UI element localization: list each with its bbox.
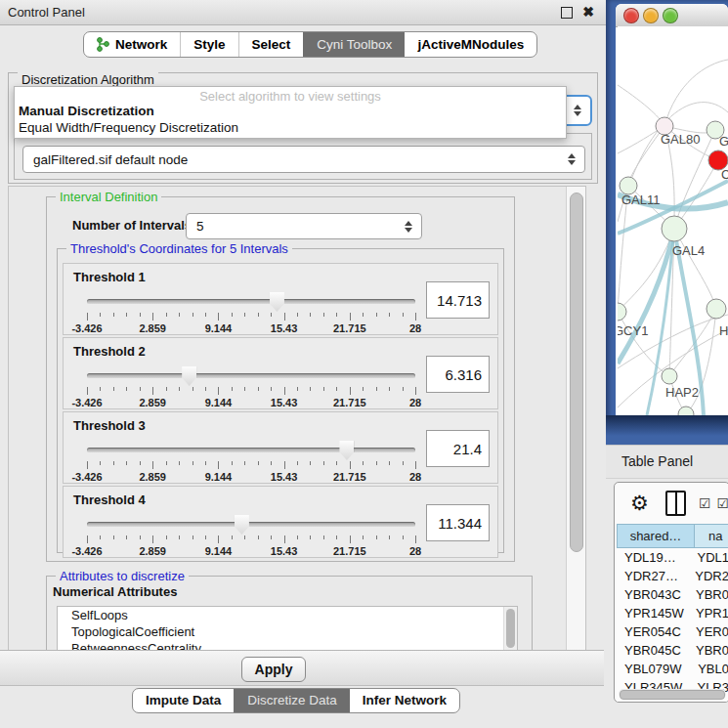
cell-shared-name[interactable]: YBR045C bbox=[617, 643, 686, 658]
cell-shared-name[interactable]: YBR043C bbox=[617, 587, 686, 602]
thresholds-group: Threshold's Coordinates for 5 Intervals … bbox=[57, 248, 504, 553]
tab-network[interactable]: Network bbox=[84, 32, 180, 57]
node-label-below-red: C bbox=[721, 167, 728, 182]
attributes-list-scrollbar[interactable] bbox=[503, 607, 517, 652]
network-node-right-mid[interactable] bbox=[707, 299, 726, 319]
split-columns-icon[interactable] bbox=[665, 491, 686, 516]
tab-cyni-toolbox[interactable]: Cyni Toolbox bbox=[303, 32, 405, 57]
threshold-label: Threshold 3 bbox=[73, 418, 146, 433]
combo-arrows-icon bbox=[400, 221, 417, 233]
threshold-panel: Threshold 3-3.4262.8599.14415.4321.71528… bbox=[63, 411, 498, 484]
scrollbar-thumb[interactable] bbox=[506, 609, 515, 648]
slider-tick-labels: -3.4262.8599.14415.4321.71528 bbox=[87, 545, 415, 557]
numerical-attributes-list[interactable]: SelfLoopsTopologicalCoefficientBetweenne… bbox=[57, 606, 518, 652]
scrollbar-thumb[interactable] bbox=[620, 690, 725, 700]
threshold-value-field[interactable]: 11.344 bbox=[426, 504, 490, 541]
table-row[interactable]: YDL19…YDL1 bbox=[617, 548, 728, 567]
popup-item-manual-discretization[interactable]: Manual Discretization bbox=[19, 104, 154, 118]
table-toolbar: ⚙ ☑ ☑ bbox=[615, 483, 728, 524]
discretization-algorithm-title: Discretization Algorithm bbox=[18, 72, 158, 87]
network-window-titlebar bbox=[616, 4, 728, 27]
threshold-slider[interactable]: -3.4262.8599.14415.4321.71528 bbox=[87, 365, 415, 405]
slider-track[interactable] bbox=[87, 299, 415, 304]
threshold-panel: Threshold 2-3.4262.8599.14415.4321.71528… bbox=[63, 337, 498, 409]
table-row[interactable]: YDR27…YDR2 bbox=[617, 567, 728, 585]
cell-shared-name[interactable]: YPR145W bbox=[617, 606, 686, 621]
cell-shared-name[interactable]: YER054C bbox=[617, 624, 686, 639]
threshold-value-field[interactable]: 6.316 bbox=[426, 356, 490, 393]
settings-panel-scrollbar[interactable] bbox=[566, 187, 586, 651]
attribute-list-item[interactable]: SelfLoops bbox=[58, 607, 517, 623]
table-row[interactable]: YBR045CYBR0 bbox=[617, 641, 728, 660]
column-header-shared-name[interactable]: shared… bbox=[617, 524, 695, 548]
tab-impute-data[interactable]: Impute Data bbox=[133, 689, 234, 712]
tab-jactivemnodules[interactable]: jActiveMNodules bbox=[405, 32, 536, 57]
tab-select[interactable]: Select bbox=[238, 32, 304, 57]
slider-handle[interactable] bbox=[235, 515, 249, 535]
threshold-slider[interactable]: -3.4262.8599.14415.4321.71528 bbox=[87, 514, 415, 553]
cell-name[interactable]: YPR1 bbox=[686, 606, 728, 621]
cell-name[interactable]: YDR2 bbox=[685, 569, 728, 583]
table-row[interactable]: YBR043CYBR0 bbox=[617, 585, 728, 604]
network-canvas[interactable]: GAL80 G C GAL11 GAL4 GCY1 H HAP2 bbox=[618, 26, 728, 415]
number-of-intervals-combobox[interactable]: 5 bbox=[186, 213, 422, 239]
cell-name[interactable]: YBL0 bbox=[688, 662, 728, 676]
combo-arrows-icon bbox=[563, 153, 580, 165]
attribute-list-item[interactable]: TopologicalCoefficient bbox=[58, 623, 517, 640]
column-header-name[interactable]: na bbox=[695, 524, 728, 548]
tab-network-label: Network bbox=[115, 37, 167, 52]
node-label-gal11: GAL11 bbox=[621, 193, 661, 207]
threshold-value-field[interactable]: 14.713 bbox=[426, 281, 490, 319]
tab-discretize-data[interactable]: Discretize Data bbox=[234, 689, 350, 712]
cell-name[interactable]: YDL1 bbox=[687, 550, 728, 565]
network-node-gcy1[interactable] bbox=[618, 303, 626, 321]
cell-name[interactable]: YER0 bbox=[686, 624, 728, 639]
slider-handle[interactable] bbox=[182, 366, 196, 386]
cell-shared-name[interactable]: YBL079W bbox=[617, 662, 688, 676]
table-row[interactable]: YPR145WYPR1 bbox=[617, 604, 728, 622]
table-row[interactable]: YBL079WYBL0 bbox=[617, 660, 728, 678]
node-label-right-mid: H bbox=[719, 323, 728, 338]
mac-minimize-button[interactable] bbox=[643, 8, 659, 23]
cell-shared-name[interactable]: YDR27… bbox=[617, 569, 685, 583]
threshold-slider[interactable]: -3.4262.8599.14415.4321.71528 bbox=[87, 291, 415, 330]
scrollbar-thumb[interactable] bbox=[570, 193, 583, 552]
close-window-icon[interactable]: ✖ bbox=[580, 0, 596, 24]
cell-name[interactable]: YBR0 bbox=[686, 643, 728, 658]
table-data-group: Table Data galFiltered.sif default node bbox=[14, 133, 592, 180]
checkbox-icon[interactable]: ☑ bbox=[699, 495, 711, 511]
slider-handle[interactable] bbox=[339, 441, 354, 460]
table-data-combobox[interactable]: galFiltered.sif default node bbox=[22, 146, 585, 173]
network-view-window: GAL80 G C GAL11 GAL4 GCY1 H HAP2 bbox=[616, 4, 728, 415]
cell-name[interactable]: YBR0 bbox=[686, 587, 728, 602]
threshold-label: Threshold 2 bbox=[73, 344, 146, 359]
tab-infer-network[interactable]: Infer Network bbox=[350, 689, 459, 712]
thresholds-container: Threshold 1-3.4262.8599.14415.4321.71528… bbox=[63, 263, 498, 560]
network-node-hap2[interactable] bbox=[662, 368, 677, 384]
cell-shared-name[interactable]: YDL19… bbox=[617, 550, 687, 565]
gear-icon[interactable]: ⚙ bbox=[630, 492, 649, 515]
node-label-top-right: G bbox=[719, 134, 728, 149]
network-icon bbox=[97, 37, 109, 52]
slider-track[interactable] bbox=[87, 373, 415, 378]
threshold-slider[interactable]: -3.4262.8599.14415.4321.71528 bbox=[87, 440, 415, 479]
network-node-gal4[interactable] bbox=[662, 216, 687, 241]
popup-item-equal-width-frequency[interactable]: Equal Width/Frequency Discretization bbox=[19, 120, 238, 135]
number-of-intervals-value: 5 bbox=[187, 219, 400, 234]
threshold-value-field[interactable]: 21.4 bbox=[426, 430, 490, 467]
algorithm-popup-hint: Select algorithm to view settings bbox=[15, 89, 566, 104]
tab-style[interactable]: Style bbox=[180, 32, 237, 57]
apply-button[interactable]: Apply bbox=[241, 657, 306, 682]
slider-track[interactable] bbox=[87, 522, 415, 527]
threshold-label: Threshold 1 bbox=[73, 270, 146, 284]
checkbox-icon[interactable]: ☑ bbox=[716, 495, 728, 511]
table-row[interactable]: YER054CYER0 bbox=[617, 622, 728, 641]
table-horizontal-scrollbar[interactable] bbox=[619, 689, 726, 699]
table-panel-window: ⚙ ☑ ☑ shared… na YDL19…YDL1YDR27…YDR2YBR… bbox=[614, 482, 728, 703]
mac-zoom-button[interactable] bbox=[663, 8, 678, 23]
slider-handle[interactable] bbox=[270, 292, 284, 312]
float-window-button[interactable] bbox=[559, 0, 575, 24]
mac-close-button[interactable] bbox=[623, 8, 639, 23]
slider-track[interactable] bbox=[87, 448, 415, 452]
bottom-tab-bar: Impute Data Discretize Data Infer Networ… bbox=[132, 688, 460, 713]
